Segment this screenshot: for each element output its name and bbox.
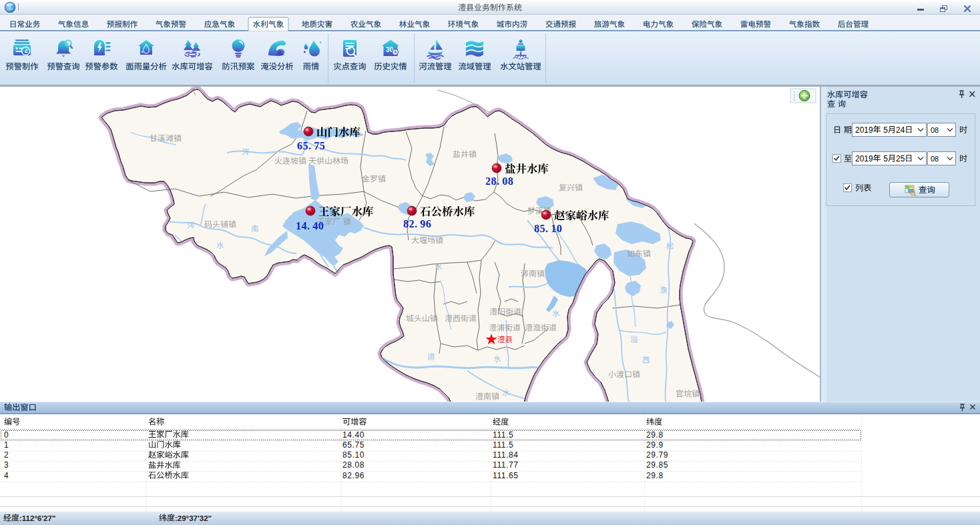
svg-text::29°37'32": :29°37'32" xyxy=(175,514,212,522)
svg-text:111.5: 111.5 xyxy=(493,430,513,440)
svg-text:29.79: 29.79 xyxy=(646,450,668,460)
svg-text:14. 40: 14. 40 xyxy=(296,220,324,231)
svg-text:2019: 2019 xyxy=(855,154,873,163)
svg-text:111.77: 111.77 xyxy=(493,460,519,470)
svg-text:14.40: 14.40 xyxy=(342,430,364,440)
svg-text:29.8: 29.8 xyxy=(646,430,664,440)
svg-text::112°6'27": :112°6'27" xyxy=(19,514,55,522)
svg-text:24: 24 xyxy=(896,125,905,135)
svg-text:82. 96: 82. 96 xyxy=(403,218,431,229)
svg-text:85. 10: 85. 10 xyxy=(534,223,562,234)
svg-text:1: 1 xyxy=(4,440,9,450)
svg-text:0: 0 xyxy=(4,430,9,440)
svg-text:28.08: 28.08 xyxy=(342,460,364,470)
svg-text:111.84: 111.84 xyxy=(493,450,519,460)
svg-text:08: 08 xyxy=(931,126,939,134)
svg-text:29.85: 29.85 xyxy=(646,460,668,470)
svg-text:08: 08 xyxy=(931,155,939,163)
svg-text:111.5: 111.5 xyxy=(493,440,513,450)
svg-text:82.96: 82.96 xyxy=(342,471,364,480)
svg-text:4: 4 xyxy=(4,471,9,480)
svg-text:29.8: 29.8 xyxy=(646,471,664,480)
svg-text:25: 25 xyxy=(896,154,905,163)
svg-text:28. 08: 28. 08 xyxy=(485,175,513,187)
svg-text:5: 5 xyxy=(883,125,888,135)
svg-text:65. 75: 65. 75 xyxy=(297,140,325,151)
svg-text:65.75: 65.75 xyxy=(342,440,364,450)
svg-text:2: 2 xyxy=(4,450,9,460)
svg-text:3: 3 xyxy=(4,460,9,470)
svg-text:5: 5 xyxy=(883,154,888,163)
svg-text:85.10: 85.10 xyxy=(342,450,364,460)
svg-text:111.65: 111.65 xyxy=(493,471,519,480)
svg-text:2019: 2019 xyxy=(855,125,873,135)
svg-text:29.9: 29.9 xyxy=(646,440,664,450)
